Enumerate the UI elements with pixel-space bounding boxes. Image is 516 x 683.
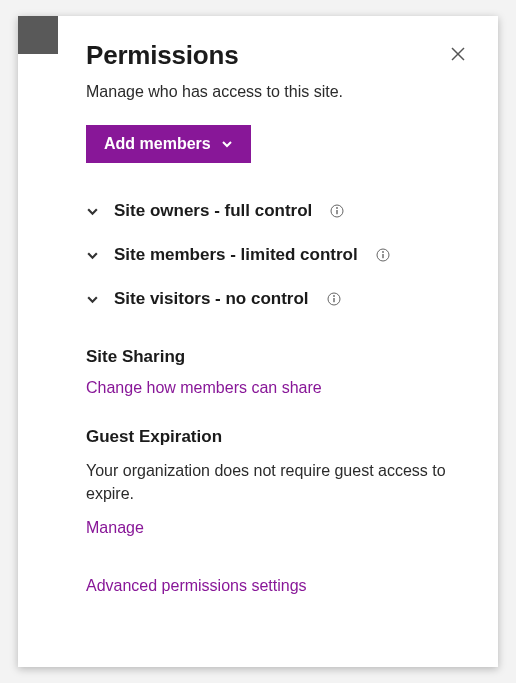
- group-label: Site visitors - no control: [114, 289, 309, 309]
- close-icon: [450, 50, 466, 65]
- info-icon[interactable]: [327, 292, 341, 306]
- svg-rect-4: [337, 210, 338, 214]
- add-members-label: Add members: [104, 135, 211, 153]
- guest-expiration-heading: Guest Expiration: [86, 427, 470, 447]
- chevron-down-icon: [86, 293, 100, 306]
- svg-point-9: [333, 295, 335, 297]
- background-strip: [18, 16, 58, 54]
- manage-guest-link[interactable]: Manage: [86, 519, 144, 537]
- svg-rect-10: [333, 298, 334, 302]
- site-sharing-heading: Site Sharing: [86, 347, 470, 367]
- chevron-down-icon: [86, 249, 100, 262]
- svg-rect-7: [382, 254, 383, 258]
- page-title: Permissions: [86, 40, 238, 71]
- group-site-owners[interactable]: Site owners - full control: [86, 189, 470, 233]
- group-site-members[interactable]: Site members - limited control: [86, 233, 470, 277]
- group-site-visitors[interactable]: Site visitors - no control: [86, 277, 470, 321]
- page-subtitle: Manage who has access to this site.: [86, 83, 470, 101]
- guest-expiration-text: Your organization does not require guest…: [86, 459, 470, 505]
- change-sharing-link[interactable]: Change how members can share: [86, 379, 322, 397]
- permissions-panel: Permissions Manage who has access to thi…: [58, 16, 498, 667]
- svg-point-3: [336, 207, 338, 209]
- svg-point-6: [382, 251, 384, 253]
- info-icon[interactable]: [376, 248, 390, 262]
- close-button[interactable]: [446, 42, 470, 69]
- group-label: Site owners - full control: [114, 201, 312, 221]
- info-icon[interactable]: [330, 204, 344, 218]
- chevron-down-icon: [221, 138, 233, 150]
- chevron-down-icon: [86, 205, 100, 218]
- add-members-button[interactable]: Add members: [86, 125, 251, 163]
- advanced-permissions-link[interactable]: Advanced permissions settings: [86, 577, 307, 595]
- group-label: Site members - limited control: [114, 245, 358, 265]
